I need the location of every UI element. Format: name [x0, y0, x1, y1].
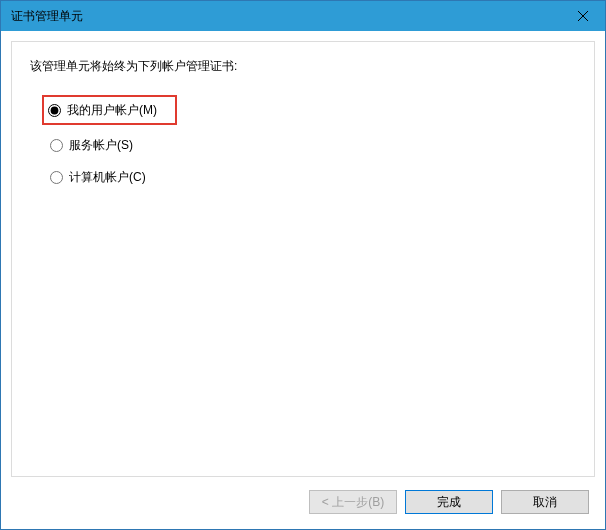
dialog-window: 证书管理单元 该管理单元将始终为下列帐户管理证书: 我的用户帐户(M) 服务帐户… [0, 0, 606, 530]
titlebar: 证书管理单元 [1, 1, 605, 31]
close-icon [578, 11, 588, 21]
content-panel: 该管理单元将始终为下列帐户管理证书: 我的用户帐户(M) 服务帐户(S) 计算机… [11, 41, 595, 477]
account-radio-group: 我的用户帐户(M) 服务帐户(S) 计算机帐户(C) [30, 95, 576, 187]
radio-label-service: 服务帐户(S) [69, 137, 133, 154]
radio-label-computer: 计算机帐户(C) [69, 169, 146, 186]
radio-input-computer[interactable] [50, 171, 63, 184]
radio-computer-account[interactable]: 计算机帐户(C) [46, 167, 576, 187]
radio-label-my-user: 我的用户帐户(M) [67, 102, 157, 119]
instruction-text: 该管理单元将始终为下列帐户管理证书: [30, 58, 576, 75]
back-button: < 上一步(B) [309, 490, 397, 514]
finish-button[interactable]: 完成 [405, 490, 493, 514]
radio-input-my-user[interactable] [48, 104, 61, 117]
radio-my-user-account[interactable]: 我的用户帐户(M) [42, 95, 177, 125]
cancel-button[interactable]: 取消 [501, 490, 589, 514]
radio-service-account[interactable]: 服务帐户(S) [46, 135, 576, 155]
content-outer: 该管理单元将始终为下列帐户管理证书: 我的用户帐户(M) 服务帐户(S) 计算机… [1, 31, 605, 529]
close-button[interactable] [560, 1, 605, 31]
button-bar: < 上一步(B) 完成 取消 [11, 477, 595, 519]
window-title: 证书管理单元 [11, 8, 83, 25]
radio-input-service[interactable] [50, 139, 63, 152]
